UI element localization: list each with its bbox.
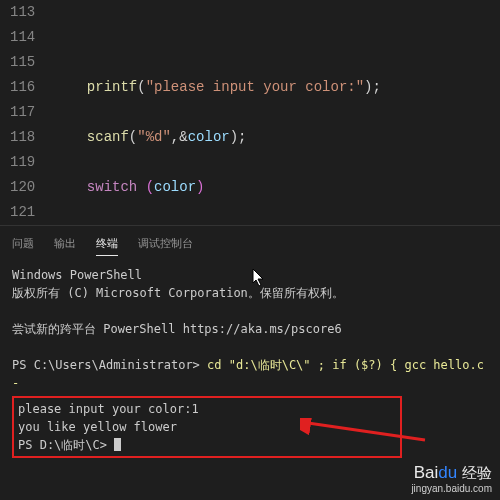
tab-terminal[interactable]: 终端 <box>96 232 118 256</box>
line-gutter: 113 114 115 116 117 118 119 120 121 <box>0 0 53 225</box>
watermark-text: du <box>438 463 457 482</box>
panel-tabs: 问题 输出 终端 调试控制台 <box>0 226 500 256</box>
terminal-line <box>12 302 488 320</box>
token-fn: scanf <box>87 129 129 145</box>
terminal-prompt: PS D:\临时\C> <box>18 438 114 452</box>
terminal-line: PS D:\临时\C> <box>18 436 396 454</box>
terminal-output: you like yellow flower <box>18 418 396 436</box>
tab-debug-console[interactable]: 调试控制台 <box>138 232 193 256</box>
code-content[interactable]: printf("please input your color:"); scan… <box>53 0 500 225</box>
watermark-text: 经验 <box>462 464 492 481</box>
terminal-line: 版权所有 (C) Microsoft Corporation。保留所有权利。 <box>12 284 488 302</box>
line-number: 113 <box>10 0 35 25</box>
line-number: 117 <box>10 100 35 125</box>
line-number: 116 <box>10 75 35 100</box>
watermark-text: Bai <box>414 463 439 482</box>
terminal-prompt: PS C:\Users\Administrator> <box>12 358 207 372</box>
highlight-annotation: please input your color:1 you like yello… <box>12 396 402 458</box>
line-number: 115 <box>10 50 35 75</box>
watermark: Baidu 经验 jingyan.baidu.com <box>411 463 492 494</box>
token-fn: printf <box>87 79 137 95</box>
line-number: 114 <box>10 25 35 50</box>
token-op: ,& <box>171 129 188 145</box>
token-keyword: switch <box>87 179 137 195</box>
terminal-line: PS C:\Users\Administrator> cd "d:\临时\C\"… <box>12 356 488 392</box>
terminal-cursor <box>114 438 121 451</box>
token-string: "%d" <box>137 129 171 145</box>
watermark-url: jingyan.baidu.com <box>411 483 492 494</box>
terminal[interactable]: Windows PowerShell 版权所有 (C) Microsoft Co… <box>0 256 500 468</box>
terminal-line <box>12 338 488 356</box>
tab-output[interactable]: 输出 <box>54 232 76 256</box>
token-var: color <box>188 129 230 145</box>
token-string: "please input your color:" <box>146 79 364 95</box>
line-number: 119 <box>10 150 35 175</box>
terminal-line: 尝试新的跨平台 PowerShell https://aka.ms/pscore… <box>12 320 488 338</box>
line-number: 118 <box>10 125 35 150</box>
terminal-line: Windows PowerShell <box>12 266 488 284</box>
token-var: color <box>154 179 196 195</box>
line-number: 121 <box>10 200 35 225</box>
line-number: 120 <box>10 175 35 200</box>
code-editor[interactable]: 113 114 115 116 117 118 119 120 121 prin… <box>0 0 500 225</box>
terminal-output: please input your color:1 <box>18 400 396 418</box>
bottom-panel: 问题 输出 终端 调试控制台 Windows PowerShell 版权所有 (… <box>0 225 500 500</box>
tab-problems[interactable]: 问题 <box>12 232 34 256</box>
